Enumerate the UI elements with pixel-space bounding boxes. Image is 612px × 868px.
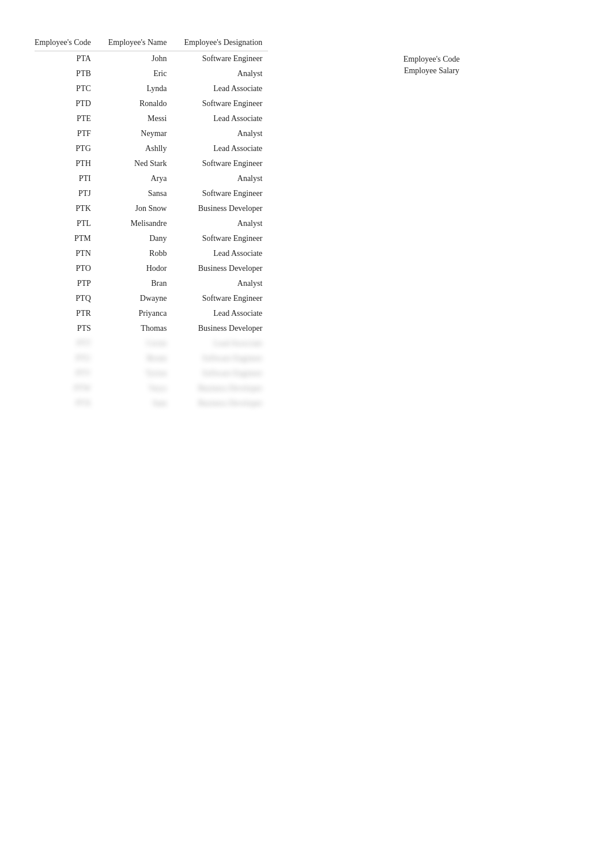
cell-code: PTR bbox=[35, 306, 108, 321]
cell-designation: Lead Associate bbox=[184, 306, 268, 321]
main-table-container: Employee's Code Employee's Name Employee… bbox=[35, 35, 268, 411]
cell-name: Dany bbox=[108, 231, 184, 246]
table-row: PTKJon SnowBusiness Developer bbox=[35, 201, 268, 216]
cell-code: PTG bbox=[35, 141, 108, 156]
cell-code: PTS bbox=[35, 321, 108, 336]
cell-designation: Business Developer bbox=[184, 261, 268, 276]
cell-designation-blurred: Software Engineer bbox=[184, 351, 268, 366]
cell-code: PTQ bbox=[35, 291, 108, 306]
cell-designation: Analyst bbox=[184, 171, 268, 186]
cell-designation: Lead Associate bbox=[184, 246, 268, 261]
table-row: PTJSansaSoftware Engineer bbox=[35, 186, 268, 201]
cell-code: PTM bbox=[35, 231, 108, 246]
table-row: PTMDanySoftware Engineer bbox=[35, 231, 268, 246]
table-row-blurred: PTVTyrionSoftware Engineer bbox=[35, 366, 268, 381]
cell-name-blurred: Cersie bbox=[108, 336, 184, 351]
cell-designation: Analyst bbox=[184, 66, 268, 81]
cell-name: Hodor bbox=[108, 261, 184, 276]
cell-designation: Lead Associate bbox=[184, 111, 268, 126]
cell-name: Dwayne bbox=[108, 291, 184, 306]
table-row: PTPBranAnalyst bbox=[35, 276, 268, 291]
cell-name: Thomas bbox=[108, 321, 184, 336]
table-row: PTFNeymarAnalyst bbox=[35, 126, 268, 141]
cell-name: Arya bbox=[108, 171, 184, 186]
cell-name-blurred: Varys bbox=[108, 381, 184, 396]
table-row: PTDRonaldoSoftware Engineer bbox=[35, 96, 268, 111]
cell-name-blurred: Bronn bbox=[108, 351, 184, 366]
table-row: PTOHodorBusiness Developer bbox=[35, 261, 268, 276]
cell-code-blurred: PTT bbox=[35, 336, 108, 351]
cell-name: Ned Stark bbox=[108, 156, 184, 171]
employee-table: Employee's Code Employee's Name Employee… bbox=[35, 35, 268, 411]
cell-code: PTK bbox=[35, 201, 108, 216]
table-row: PTHNed StarkSoftware Engineer bbox=[35, 156, 268, 171]
cell-name: Melisandre bbox=[108, 216, 184, 231]
cell-code: PTC bbox=[35, 81, 108, 96]
cell-code: PTL bbox=[35, 216, 108, 231]
cell-name: Priyanca bbox=[108, 306, 184, 321]
cell-code-blurred: PTX bbox=[35, 396, 108, 411]
cell-designation: Lead Associate bbox=[184, 81, 268, 96]
table-row: PTLMelisandreAnalyst bbox=[35, 216, 268, 231]
table-row: PTBEricAnalyst bbox=[35, 66, 268, 81]
cell-code: PTO bbox=[35, 261, 108, 276]
cell-name: Ashlly bbox=[108, 141, 184, 156]
cell-designation: Software Engineer bbox=[184, 186, 268, 201]
side-legend: Employee's Code Employee Salary bbox=[403, 55, 460, 76]
cell-name: Robb bbox=[108, 246, 184, 261]
cell-name: Lynda bbox=[108, 81, 184, 96]
cell-designation: Software Engineer bbox=[184, 96, 268, 111]
cell-name: Eric bbox=[108, 66, 184, 81]
table-row: PTGAshllyLead Associate bbox=[35, 141, 268, 156]
cell-name: Neymar bbox=[108, 126, 184, 141]
cell-designation: Lead Associate bbox=[184, 141, 268, 156]
table-row: PTSThomasBusiness Developer bbox=[35, 321, 268, 336]
cell-code: PTF bbox=[35, 126, 108, 141]
cell-designation-blurred: Lead Associate bbox=[184, 336, 268, 351]
table-row: PTIAryaAnalyst bbox=[35, 171, 268, 186]
cell-code: PTA bbox=[35, 51, 108, 67]
cell-designation: Analyst bbox=[184, 126, 268, 141]
table-row-blurred: PTTCersieLead Associate bbox=[35, 336, 268, 351]
cell-name: Sansa bbox=[108, 186, 184, 201]
header-code: Employee's Code bbox=[35, 35, 108, 51]
table-row: PTRPriyancaLead Associate bbox=[35, 306, 268, 321]
cell-name: Messi bbox=[108, 111, 184, 126]
cell-code: PTP bbox=[35, 276, 108, 291]
table-row: PTNRobbLead Associate bbox=[35, 246, 268, 261]
cell-name: Bran bbox=[108, 276, 184, 291]
cell-designation-blurred: Business Developer bbox=[184, 381, 268, 396]
cell-name: Ronaldo bbox=[108, 96, 184, 111]
cell-code: PTI bbox=[35, 171, 108, 186]
cell-code: PTE bbox=[35, 111, 108, 126]
cell-name-blurred: Tyrion bbox=[108, 366, 184, 381]
legend-line2: Employee Salary bbox=[403, 66, 460, 76]
cell-code: PTN bbox=[35, 246, 108, 261]
cell-name-blurred: Sam bbox=[108, 396, 184, 411]
cell-designation: Business Developer bbox=[184, 201, 268, 216]
table-row-blurred: PTUBronnSoftware Engineer bbox=[35, 351, 268, 366]
header-name: Employee's Name bbox=[108, 35, 184, 51]
table-row: PTAJohnSoftware Engineer bbox=[35, 51, 268, 67]
cell-name: John bbox=[108, 51, 184, 67]
table-row: PTEMessiLead Associate bbox=[35, 111, 268, 126]
header-designation: Employee's Designation bbox=[184, 35, 268, 51]
cell-designation-blurred: Software Engineer bbox=[184, 366, 268, 381]
cell-designation: Software Engineer bbox=[184, 51, 268, 67]
cell-code-blurred: PTU bbox=[35, 351, 108, 366]
table-row: PTQDwayneSoftware Engineer bbox=[35, 291, 268, 306]
cell-designation: Business Developer bbox=[184, 321, 268, 336]
cell-code-blurred: PTW bbox=[35, 381, 108, 396]
table-row-blurred: PTXSamBusiness Developer bbox=[35, 396, 268, 411]
cell-code: PTJ bbox=[35, 186, 108, 201]
cell-designation: Analyst bbox=[184, 216, 268, 231]
table-row: PTCLyndaLead Associate bbox=[35, 81, 268, 96]
cell-name: Jon Snow bbox=[108, 201, 184, 216]
cell-code: PTD bbox=[35, 96, 108, 111]
cell-designation-blurred: Business Developer bbox=[184, 396, 268, 411]
table-row-blurred: PTWVarysBusiness Developer bbox=[35, 381, 268, 396]
cell-designation: Software Engineer bbox=[184, 156, 268, 171]
cell-designation: Software Engineer bbox=[184, 231, 268, 246]
cell-code: PTH bbox=[35, 156, 108, 171]
cell-designation: Analyst bbox=[184, 276, 268, 291]
